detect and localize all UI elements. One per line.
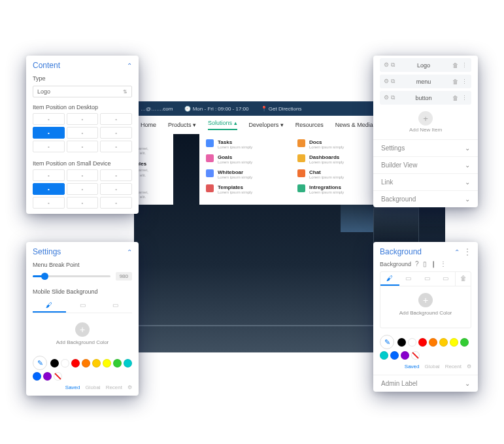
saved-tab[interactable]: Saved (65, 384, 80, 390)
color-swatch[interactable] (418, 338, 427, 347)
eyedropper-button[interactable]: ✎ (33, 356, 47, 370)
gear-icon[interactable]: ⚙ (467, 364, 471, 369)
more-icon[interactable]: ⋮ (462, 62, 467, 69)
gear-icon[interactable]: ⚙ (127, 384, 132, 390)
tab-gradient[interactable]: ▭ (66, 299, 99, 313)
drag-icon[interactable]: ⚙ (384, 94, 389, 101)
saved-tab[interactable]: Saved (405, 364, 420, 369)
pos-cell[interactable]: • (100, 197, 132, 209)
section-builder-view[interactable]: Builder View⌄ (373, 156, 478, 173)
item-row[interactable]: ⚙⧉button🗑⋮ (380, 91, 471, 105)
mega-item[interactable]: DocsLorem ipsum simply (297, 139, 369, 149)
mega-item[interactable]: WhiteboarLorem ipsum simply (206, 169, 278, 179)
collapse-icon[interactable]: ⌃ (454, 248, 460, 256)
tab-clear[interactable]: 🗑 (455, 272, 471, 286)
nav-solutions[interactable]: Solutions ▴ (208, 120, 237, 130)
delete-icon[interactable]: 🗑 (452, 78, 458, 85)
collapse-icon[interactable]: ⌃ (127, 62, 132, 69)
recent-tab[interactable]: Recent (445, 364, 462, 369)
add-bg-region[interactable]: + Add Background Color (26, 316, 139, 353)
pos-cell[interactable]: • (100, 113, 132, 125)
pos-cell[interactable]: • (100, 141, 132, 152)
color-swatch[interactable] (380, 351, 388, 360)
color-swatch[interactable] (429, 338, 437, 347)
more-icon[interactable]: ⋮ (440, 260, 446, 267)
color-swatch[interactable] (50, 359, 59, 367)
no-color-swatch[interactable] (54, 372, 62, 381)
pos-cell[interactable]: • (100, 127, 132, 139)
delete-icon[interactable]: 🗑 (452, 62, 458, 69)
color-swatch[interactable] (71, 359, 80, 367)
nav-news[interactable]: News & Media (335, 122, 373, 128)
color-swatch[interactable] (450, 338, 458, 347)
color-swatch[interactable] (460, 338, 469, 347)
tab-video[interactable]: ▭ (437, 272, 456, 286)
collapse-icon[interactable]: ⌃ (127, 248, 132, 256)
pos-cell[interactable]: • (33, 197, 65, 209)
section-background[interactable]: Background⌄ (373, 190, 478, 207)
no-color-swatch[interactable] (411, 351, 420, 360)
color-swatch[interactable] (43, 372, 52, 381)
color-swatch[interactable] (33, 372, 41, 381)
item-row[interactable]: ⚙⧉menu🗑⋮ (380, 75, 471, 88)
recent-tab[interactable]: Recent (106, 384, 122, 390)
nav-resources[interactable]: Resources (295, 122, 324, 128)
color-swatch[interactable] (61, 359, 69, 367)
color-swatch[interactable] (103, 359, 111, 367)
color-swatch[interactable] (390, 351, 399, 360)
drag-icon[interactable]: ⚙ (384, 61, 389, 69)
add-bg-region[interactable]: + Add Background Color (380, 286, 471, 324)
item-row[interactable]: ⚙⧉Logo🗑⋮ (380, 58, 471, 72)
color-swatch[interactable] (124, 359, 132, 367)
mega-item[interactable]: GoalsLorem ipsum simply (206, 154, 278, 164)
nav-products[interactable]: Products ▾ (168, 122, 196, 128)
color-swatch[interactable] (401, 351, 409, 360)
section-admin-label[interactable]: Admin Label⌄ (373, 375, 478, 392)
color-swatch[interactable] (113, 359, 122, 367)
type-select[interactable]: Logo⇅ (33, 86, 132, 97)
break-point-slider[interactable] (33, 275, 110, 277)
mega-item[interactable]: TemplatesLorem ipsum simply (206, 184, 278, 194)
pos-cell[interactable]: • (100, 169, 132, 181)
color-swatch[interactable] (439, 338, 448, 347)
color-swatch[interactable] (397, 338, 406, 347)
color-swatch[interactable] (408, 338, 416, 347)
pos-cell[interactable]: • (67, 183, 99, 195)
pos-cell[interactable]: • (33, 183, 65, 195)
tab-color[interactable]: 🖌 (380, 272, 399, 286)
color-swatch[interactable] (92, 359, 101, 367)
more-icon[interactable]: ⋮ (462, 78, 467, 85)
pos-cell[interactable]: • (33, 169, 65, 181)
pos-cell[interactable]: • (33, 141, 65, 152)
pos-cell[interactable]: • (100, 183, 132, 195)
mega-item[interactable]: IntregrationsLorem ipsum simply (297, 184, 369, 194)
nav-home[interactable]: Home (141, 122, 156, 128)
tab-color[interactable]: 🖌 (33, 299, 66, 313)
tab-gradient[interactable]: ▭ (399, 272, 418, 286)
pos-cell[interactable]: • (67, 113, 99, 125)
break-point-value[interactable]: 980 (116, 272, 132, 281)
pos-cell[interactable]: • (33, 113, 65, 125)
pos-cell[interactable]: • (67, 169, 99, 181)
more-icon[interactable]: ⋮ (463, 247, 471, 256)
global-tab[interactable]: Global (425, 364, 440, 369)
mega-item[interactable]: TasksLorem ipsum simply (206, 139, 278, 149)
hover-icon[interactable]: ❙ (431, 260, 436, 267)
section-link[interactable]: Link⌄ (373, 173, 478, 190)
phone-icon[interactable]: ▯ (423, 260, 427, 267)
pos-cell[interactable]: • (33, 127, 65, 139)
drag-icon[interactable]: ⚙ (384, 78, 389, 85)
tab-image[interactable]: ▭ (99, 299, 132, 313)
delete-icon[interactable]: 🗑 (452, 95, 458, 101)
more-icon[interactable]: ⋮ (462, 95, 467, 101)
tab-image[interactable]: ▭ (418, 272, 437, 286)
pos-cell[interactable]: • (67, 127, 99, 139)
global-tab[interactable]: Global (86, 384, 101, 390)
nav-developers[interactable]: Developers ▾ (249, 122, 284, 128)
pos-cell[interactable]: • (67, 197, 99, 209)
mega-item[interactable]: DashboardsLorem ipsum simply (297, 154, 369, 164)
color-swatch[interactable] (82, 359, 90, 367)
add-new-item[interactable]: + Add New Item (373, 107, 478, 139)
section-settings[interactable]: Settings⌄ (373, 139, 478, 156)
eyedropper-button[interactable]: ✎ (380, 335, 394, 349)
